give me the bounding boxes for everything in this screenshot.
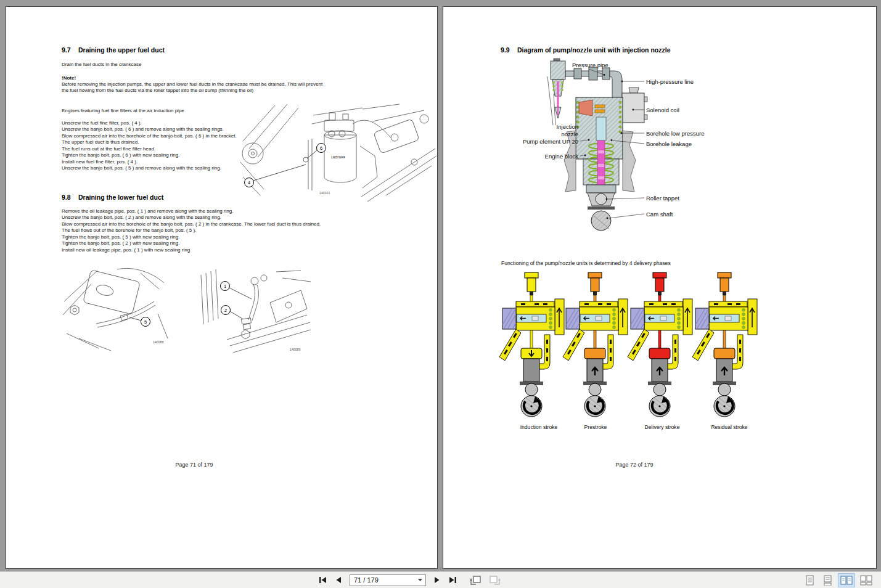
previous-page-icon (335, 576, 342, 584)
svg-text:2: 2 (224, 308, 227, 313)
section-title: Draining the upper fuel duct (78, 46, 165, 54)
intro-text: Drain the fuel ducts in the crankcase (62, 62, 141, 68)
section-9-9-heading: 9.9Diagram of pump/nozzle unit with inje… (501, 46, 671, 54)
step-line: The fuel flows out of the borehole for t… (62, 227, 321, 234)
page-number-value: 71 / 179 (354, 576, 379, 584)
step-line: Unscrew the banjo bolt, pos. ( 6 ) and r… (62, 126, 237, 133)
label-engine-block: Engine block (545, 153, 579, 160)
page-navigation: 71 / 179 (314, 572, 505, 588)
callout-4: 4 (245, 165, 306, 187)
phase-label: Delivery stroke (625, 424, 699, 430)
label-solenoid-coil: Solenoid coil (646, 107, 679, 113)
step-line: Unscrew the fuel fine filter, pos. ( 4 )… (62, 120, 237, 126)
page-footer: Page 71 of 179 (160, 462, 228, 468)
page-number-input[interactable]: 71 / 179 (350, 574, 426, 586)
label-high-pressure-line: High-pressure line (646, 78, 694, 85)
phase-diagram-svg (690, 271, 764, 422)
continuous-view-button[interactable] (820, 573, 835, 587)
callout-2: 2 (221, 306, 243, 319)
section-9-8-steps: Remove the oil leakage pipe, pos. ( 1 ) … (62, 208, 321, 253)
document-page-71: 9.7Draining the upper fuel duct Drain th… (6, 6, 438, 569)
label-borehole-low-pressure: Borehole low pressure (646, 130, 705, 137)
label-injection-nozzle-line2: nozzle (562, 131, 578, 137)
phase-diagram-delivery-stroke (626, 271, 700, 422)
page-footer: Page 72 of 179 (600, 462, 668, 468)
section-9-7-heading: 9.7Draining the upper fuel duct (62, 46, 165, 54)
phase-diagram-svg (626, 271, 700, 422)
section-9-8-heading: 9.8Draining the lower fuel duct (62, 194, 163, 201)
facing-pages-view-icon (840, 575, 853, 586)
phase-diagram-svg (561, 271, 635, 422)
single-page-view-icon (805, 575, 815, 586)
label-injection-nozzle-line1: Injection (557, 123, 578, 130)
step-line: The upper fuel duct is thus drained. (62, 139, 237, 145)
label-borehole-leakage: Borehole leakage (646, 141, 692, 147)
phase-label: Residual stroke (692, 424, 766, 430)
phase-diagram-prestroke (561, 271, 635, 422)
pump-nozzle-diagram: Pressure pipe High-pressure line Solenoi… (517, 58, 711, 237)
svg-text:6: 6 (320, 145, 322, 151)
section-9-7-steps: Unscrew the fuel fine filter, pos. ( 4 )… (62, 120, 237, 172)
note-body: Before removing the injection pumps, the… (62, 81, 330, 94)
next-page-button[interactable] (432, 574, 443, 586)
step-line: Tighten the banjo bolt, pos. ( 6 ) with … (62, 152, 237, 158)
label-cam-shaft: Cam shaft (646, 211, 673, 218)
label-pressure-pipe: Pressure pipe (572, 62, 609, 68)
page-layout-controls (801, 572, 876, 588)
subhead-text: Engines featuring fuel fine filters at t… (62, 108, 184, 114)
label-pump-element: Pump element UP 20 (523, 138, 578, 145)
pdf-viewer: 9.7Draining the upper fuel duct Drain th… (0, 0, 881, 588)
figure-fuel-fine-filter: LIEBHERR 6 4 140101 (239, 103, 436, 205)
facing-continuous-view-icon (860, 575, 872, 586)
section-number: 9.7 (62, 46, 78, 54)
facing-pages-view-button[interactable] (838, 573, 855, 587)
last-page-icon (449, 576, 457, 584)
svg-text:1: 1 (224, 284, 226, 289)
phase-diagram-induction-stroke (498, 271, 572, 422)
step-line: Install new fuel fine filter, pos. ( 4 )… (62, 159, 237, 165)
section-title: Diagram of pump/nozzle unit with injecti… (517, 46, 671, 54)
continuous-view-icon (822, 575, 833, 586)
dropdown-caret-icon[interactable] (417, 578, 423, 582)
phase-label: Prestroke (559, 424, 633, 430)
next-view-button[interactable] (487, 574, 503, 586)
step-line: Blow compressed air into the borehole of… (62, 221, 321, 227)
label-roller-tappet: Roller tappet (646, 195, 679, 202)
figure-brand-label: LIEBHERR (331, 156, 346, 159)
note-heading: !Note! (62, 75, 76, 81)
callout-1: 1 (221, 282, 252, 300)
figure-banjo-bolt-5: 5 140088 (60, 264, 173, 352)
phase-diagram-residual-stroke (690, 271, 764, 422)
facing-continuous-view-button[interactable] (858, 573, 875, 587)
step-line: Unscrew the banjo bolt, pos. ( 5 ) and r… (62, 165, 237, 171)
svg-text:5: 5 (144, 319, 147, 325)
callout-5: 5 (129, 317, 150, 327)
figure-number: 140089 (290, 348, 300, 351)
section-number: 9.8 (62, 194, 78, 201)
step-line: Unscrew the banjo bolt, pos. ( 2 ) and r… (62, 214, 321, 221)
figure-number: 140101 (319, 191, 330, 195)
step-line: Tighten the banjo bolt, pos. ( 5 ) with … (62, 234, 321, 240)
phase-diagram-svg (498, 271, 572, 422)
previous-page-button[interactable] (333, 574, 344, 586)
last-page-button[interactable] (446, 574, 459, 586)
figure-oil-leakage-pipe: 1 2 140089 (196, 266, 314, 359)
previous-view-icon (470, 576, 481, 585)
next-view-icon (490, 576, 501, 585)
single-page-view-button[interactable] (802, 573, 817, 587)
section-number: 9.9 (501, 46, 517, 54)
next-page-icon (434, 576, 440, 584)
section-title: Draining the lower fuel duct (78, 194, 163, 201)
figure-number: 140088 (153, 340, 163, 344)
previous-view-button[interactable] (467, 574, 483, 586)
step-line: The fuel runs out at the fuel fine filte… (62, 146, 237, 152)
phases-caption: Functioning of the pump/nozzle units is … (501, 260, 671, 266)
step-line: Blow compressed air into the borehole of… (62, 133, 237, 139)
viewer-toolbar: 71 / 179 (0, 571, 881, 588)
document-page-72: 9.9Diagram of pump/nozzle unit with inje… (443, 6, 877, 569)
step-line: Install new oil leakage pipe, pos. ( 1 )… (62, 247, 321, 253)
step-line: Remove the oil leakage pipe, pos. ( 1 ) … (62, 208, 321, 214)
callout-6: 6 (307, 144, 326, 159)
first-page-button[interactable] (316, 574, 329, 586)
svg-text:4: 4 (248, 180, 250, 186)
